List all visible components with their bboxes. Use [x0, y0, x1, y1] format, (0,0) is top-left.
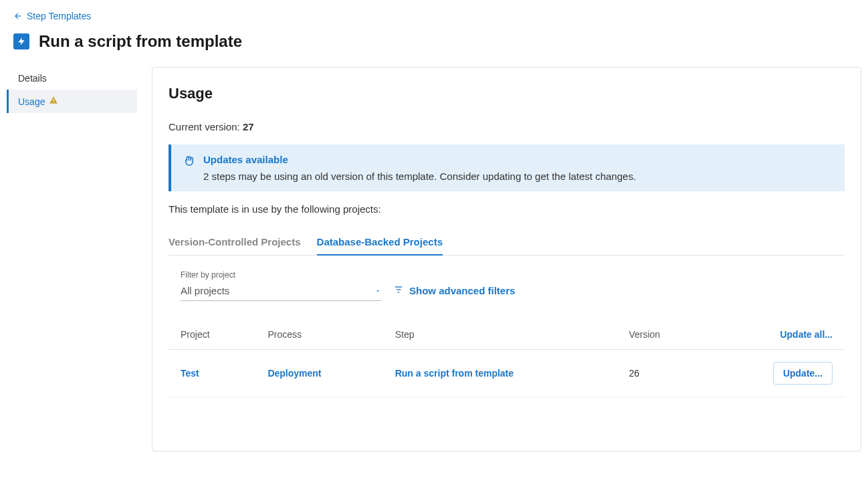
- alert-title: Updates available: [203, 154, 636, 165]
- filter-row: Filter by project All projects Show adva…: [169, 270, 845, 320]
- col-process: Process: [255, 320, 383, 350]
- advanced-filters-label: Show advanced filters: [409, 285, 515, 296]
- warning-icon: [49, 96, 58, 107]
- tabs: Version-Controlled Projects Database-Bac…: [169, 229, 845, 256]
- wave-icon: [183, 155, 195, 182]
- page-title: Run a script from template: [39, 32, 242, 51]
- col-step: Step: [383, 320, 617, 350]
- sidebar: Details Usage: [7, 67, 137, 113]
- table-header-row: Project Process Step Version Update all.…: [169, 320, 845, 350]
- svg-rect-2: [53, 102, 54, 102]
- table-row: Test Deployment Run a script from templa…: [169, 350, 845, 397]
- tab-database-backed[interactable]: Database-Backed Projects: [317, 229, 443, 256]
- filter-label: Filter by project: [181, 270, 381, 280]
- filter-list-icon: [393, 284, 404, 297]
- col-version: Version: [617, 320, 708, 350]
- project-link[interactable]: Test: [181, 368, 199, 379]
- sidebar-item-label: Details: [18, 73, 47, 84]
- sidebar-item-usage[interactable]: Usage: [7, 90, 137, 113]
- caret-down-icon: [374, 285, 381, 296]
- breadcrumb-label: Step Templates: [27, 11, 91, 21]
- updates-alert: Updates available 2 steps may be using a…: [169, 144, 845, 191]
- update-button[interactable]: Update...: [773, 362, 833, 385]
- breadcrumb: Step Templates: [0, 0, 868, 25]
- filter-value: All projects: [181, 285, 229, 296]
- row-version: 26: [629, 368, 639, 379]
- page-header: Run a script from template: [0, 25, 868, 67]
- sidebar-item-details[interactable]: Details: [7, 67, 137, 90]
- alert-body: 2 steps may be using an old version of t…: [203, 171, 636, 182]
- arrow-left-icon: [13, 11, 23, 21]
- project-filter[interactable]: Filter by project All projects: [181, 270, 381, 301]
- intro-text: This template is in use by the following…: [169, 203, 845, 215]
- content-panel: Usage Current version: 27 Updates availa…: [152, 67, 861, 451]
- current-version: Current version: 27: [169, 121, 845, 132]
- template-logo-icon: [13, 33, 29, 49]
- content-heading: Usage: [169, 85, 845, 102]
- show-advanced-filters[interactable]: Show advanced filters: [393, 284, 515, 301]
- process-link[interactable]: Deployment: [267, 368, 321, 379]
- step-link[interactable]: Run a script from template: [395, 368, 514, 379]
- tab-version-controlled[interactable]: Version-Controlled Projects: [169, 229, 301, 256]
- breadcrumb-link[interactable]: Step Templates: [13, 11, 91, 21]
- version-label: Current version:: [169, 121, 243, 132]
- svg-rect-1: [53, 99, 54, 101]
- sidebar-item-label: Usage: [18, 96, 45, 107]
- col-project: Project: [169, 320, 255, 350]
- update-all-link[interactable]: Update all...: [780, 329, 833, 340]
- version-value: 27: [243, 121, 254, 132]
- usage-table: Project Process Step Version Update all.…: [169, 320, 845, 397]
